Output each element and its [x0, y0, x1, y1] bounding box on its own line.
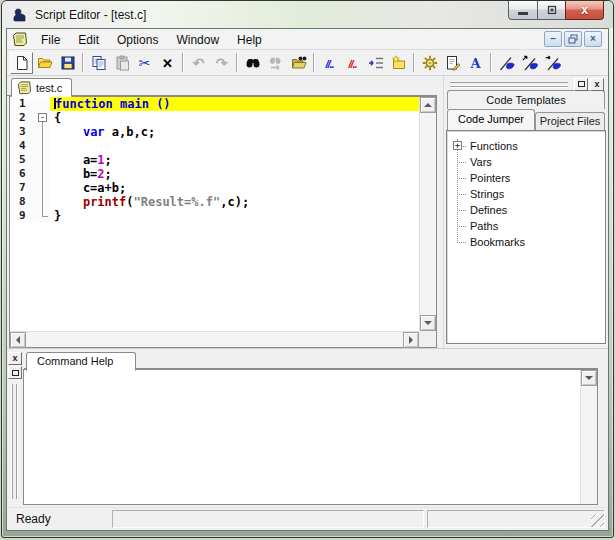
tab-command-help[interactable]: Command Help	[26, 352, 136, 371]
line-number: 5	[10, 153, 36, 167]
copy-button[interactable]	[87, 52, 110, 74]
find-in-files-button[interactable]	[287, 52, 310, 74]
code-jumper-tree: +FunctionsVarsPointersStringsDefinesPath…	[446, 130, 606, 344]
command-help-content[interactable]	[23, 369, 598, 505]
code-line[interactable]: c=a+b;	[50, 181, 419, 195]
new-file-icon	[14, 55, 30, 71]
tree-item-label: Defines	[470, 204, 507, 216]
properties-button[interactable]	[441, 52, 464, 74]
code-line[interactable]: {	[50, 111, 419, 125]
tree-item-paths[interactable]: Paths	[447, 218, 605, 234]
fold-collapse-icon[interactable]: -	[38, 113, 47, 122]
code-row: 8 printf("Result=%.f",c);	[10, 195, 419, 209]
arrow-right-icon	[409, 336, 417, 344]
font-button[interactable]: A	[464, 52, 487, 74]
code-line[interactable]: function main ()	[50, 97, 419, 111]
tree-item-vars[interactable]: Vars	[447, 154, 605, 170]
expand-icon[interactable]: +	[453, 141, 462, 150]
run-marked-icon	[522, 55, 538, 71]
new-file-button[interactable]	[10, 52, 33, 74]
client-area: FileEditOptionsWindowHelp – × ✂✕↶↷//..//…	[6, 28, 609, 531]
bottom-maximize-button[interactable]	[8, 366, 22, 379]
tree-item-defines[interactable]: Defines	[447, 202, 605, 218]
code-line[interactable]: printf("Result=%.f",c);	[50, 195, 419, 209]
menu-window[interactable]: Window	[167, 31, 228, 50]
menu-file[interactable]: File	[32, 31, 69, 50]
code-row: 3 var a,b,c;	[10, 125, 419, 139]
comment-button[interactable]: //..	[318, 52, 341, 74]
mdi-minimize-button[interactable]: –	[544, 31, 562, 47]
resize-grip[interactable]	[591, 514, 604, 527]
help-scroll-down-button[interactable]	[581, 370, 597, 386]
dock-grip[interactable]	[450, 82, 568, 87]
settings-button[interactable]	[418, 52, 441, 74]
close-button[interactable]: x	[565, 1, 604, 20]
run-step-icon	[545, 55, 561, 71]
find-button[interactable]	[241, 52, 264, 74]
toolbar: ✂✕↶↷//..//..A	[7, 50, 608, 76]
fold-margin	[36, 139, 50, 153]
menu-help[interactable]: Help	[228, 31, 271, 50]
main-area: test.c 1function main ()2-{3 var a,b,c;4…	[7, 76, 608, 348]
app-window-icon	[12, 7, 28, 23]
line-number: 8	[10, 195, 36, 209]
tab-code-templates[interactable]: Code Templates	[447, 90, 605, 109]
tree-item-label: Functions	[470, 140, 518, 152]
editor-tabbar: test.c	[7, 76, 439, 96]
open-file-button[interactable]	[33, 52, 56, 74]
toolbar-separator	[182, 53, 184, 72]
tree-item-functions[interactable]: +Functions	[447, 138, 605, 154]
tab-test-c[interactable]: test.c	[11, 78, 72, 97]
toolbar-separator	[313, 53, 315, 72]
code-line[interactable]	[50, 139, 419, 153]
code-line[interactable]: a=1;	[50, 153, 419, 167]
tree-item-bookmarks[interactable]: Bookmarks	[447, 234, 605, 250]
editor-tab-label: test.c	[36, 82, 62, 94]
code-line[interactable]: }	[50, 209, 419, 223]
restore-icon	[547, 5, 557, 15]
dock-maximize-button[interactable]	[574, 78, 588, 91]
code-line[interactable]: var a,b,c;	[50, 125, 419, 139]
editor-vertical-scrollbar[interactable]	[419, 97, 436, 331]
insert-template-button[interactable]	[387, 52, 410, 74]
run-marked-button[interactable]	[518, 52, 541, 74]
statusbar: Ready	[7, 507, 608, 530]
help-vertical-scrollbar[interactable]	[580, 370, 597, 504]
minimize-button[interactable]	[508, 1, 538, 20]
toolbar-group: A	[418, 52, 487, 74]
tree-item-strings[interactable]: Strings	[447, 186, 605, 202]
code-line[interactable]: b=2;	[50, 167, 419, 181]
maximize-button[interactable]	[538, 1, 565, 20]
save-file-button[interactable]	[56, 52, 79, 74]
run-icon	[499, 55, 515, 71]
titlebar[interactable]: Script Editor - [test.c] x	[2, 1, 613, 28]
scroll-up-button[interactable]	[420, 97, 436, 113]
scroll-left-button[interactable]	[10, 332, 26, 348]
tab-project-files[interactable]: Project Files	[535, 112, 605, 130]
tree-item-pointers[interactable]: Pointers	[447, 170, 605, 186]
fold-line	[42, 125, 43, 139]
indent-button[interactable]	[364, 52, 387, 74]
delete-button[interactable]: ✕	[156, 52, 179, 74]
document-system-menu-icon[interactable]	[12, 31, 28, 47]
mdi-close-button[interactable]: ×	[584, 31, 602, 47]
run-step-button[interactable]	[541, 52, 564, 74]
scroll-right-button[interactable]	[403, 332, 419, 348]
mdi-restore-button[interactable]	[564, 31, 582, 47]
menu-options[interactable]: Options	[108, 31, 167, 50]
tab-code-jumper[interactable]: Code Jumper	[447, 109, 535, 130]
arrow-down-icon	[585, 376, 593, 384]
bottom-close-button[interactable]: x	[8, 352, 22, 365]
cut-button[interactable]: ✂	[133, 52, 156, 74]
menu-edit[interactable]: Edit	[69, 31, 108, 50]
editor-horizontal-scrollbar[interactable]	[10, 331, 419, 347]
save-file-icon	[60, 55, 76, 71]
fold-line	[42, 181, 43, 195]
bottom-dock-grip[interactable]	[12, 384, 17, 499]
bottom-tabbar: Command Help	[24, 349, 608, 369]
scroll-down-button[interactable]	[420, 315, 436, 331]
code-editor[interactable]: 1function main ()2-{3 var a,b,c;45 a=1;6…	[10, 97, 419, 331]
run-button[interactable]	[495, 52, 518, 74]
uncomment-button[interactable]: //..	[341, 52, 364, 74]
dock-close-button[interactable]: x	[590, 78, 604, 91]
